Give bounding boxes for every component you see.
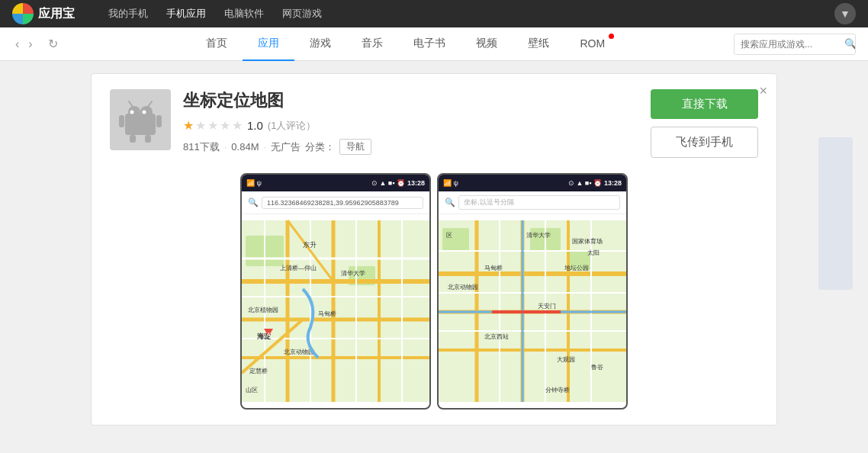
- map-svg-1: 东升 上清桥—仰山 清华大学 马甸桥 北京植物园 海淀 A 北京动物园 定慧桥 …: [242, 214, 429, 408]
- tab-games[interactable]: 游戏: [294, 27, 346, 61]
- forward-button[interactable]: ›: [25, 36, 35, 53]
- star-1: ★: [183, 118, 194, 133]
- tab-wallpaper[interactable]: 壁纸: [513, 27, 564, 61]
- svg-text:天安门: 天安门: [538, 303, 556, 310]
- rating-count: (1人评论）: [268, 119, 317, 133]
- top-nav-games[interactable]: 网页游戏: [282, 7, 322, 21]
- top-nav: 我的手机 手机应用 电脑软件 网页游戏: [108, 7, 322, 21]
- sim-icons-2: 📶 ψ: [443, 179, 458, 187]
- close-button[interactable]: ×: [759, 83, 767, 99]
- search-box: 🔍: [734, 34, 856, 55]
- star-5: ★: [232, 118, 243, 133]
- right-panel: [818, 137, 853, 290]
- svg-point-2: [140, 106, 153, 118]
- status-icons-2: ⊙ ▲ ■▪ ⏰ 13:28: [568, 179, 622, 187]
- app-title: 坐标定位地图: [183, 89, 626, 112]
- logo-text: 应用宝: [38, 6, 75, 22]
- nav-arrows: ‹ ›: [12, 36, 36, 53]
- svg-line-6: [148, 101, 152, 107]
- svg-text:A: A: [267, 332, 271, 337]
- app-icon: [110, 89, 171, 150]
- svg-line-5: [129, 101, 133, 107]
- coord-placeholder[interactable]: 坐标,以逗号分隔: [458, 195, 620, 210]
- svg-text:东升: 东升: [303, 241, 317, 249]
- tab-home[interactable]: 首页: [191, 27, 243, 61]
- stars: ★ ★ ★ ★ ★: [183, 118, 243, 133]
- star-4: ★: [220, 118, 230, 133]
- svg-point-3: [130, 111, 134, 114]
- top-bar: 应用宝 我的手机 手机应用 电脑软件 网页游戏 ▼: [0, 0, 868, 27]
- svg-point-4: [143, 111, 146, 114]
- search-input[interactable]: [735, 34, 841, 54]
- back-button[interactable]: ‹: [12, 36, 22, 53]
- top-bar-right: ▼: [834, 3, 856, 24]
- screenshot-2: 📶 ψ ⊙ ▲ ■▪ ⏰ 13:28 🔍 坐标,以逗号分隔: [437, 173, 628, 410]
- status-bar-1: 📶 ψ ⊙ ▲ ■▪ ⏰ 13:28: [242, 175, 429, 191]
- svg-text:北京动物园: 北京动物园: [448, 284, 478, 291]
- sim-icons: 📶 ψ: [246, 179, 262, 187]
- top-nav-apps[interactable]: 手机应用: [166, 7, 206, 21]
- search-bar-2: 🔍 坐标,以逗号分隔: [439, 191, 626, 214]
- star-3: ★: [207, 118, 218, 133]
- nav-bar: ‹ › ↻ 首页 应用 游戏 音乐 电子书 视频 壁纸 ROM 🔍: [0, 27, 868, 61]
- logo-icon: [12, 3, 34, 24]
- rating-number: 1.0: [247, 119, 263, 132]
- screenshots: 📶 ψ ⊙ ▲ ■▪ ⏰ 13:28 🔍 116.32368469238281,…: [110, 173, 758, 410]
- tab-rom[interactable]: ROM: [564, 27, 620, 61]
- rating-row: ★ ★ ★ ★ ★ 1.0 (1人评论）: [183, 118, 626, 133]
- status-bar-2: 📶 ψ ⊙ ▲ ■▪ ⏰ 13:28: [439, 175, 626, 191]
- svg-rect-10: [145, 135, 151, 143]
- screenshot-1: 📶 ψ ⊙ ▲ ■▪ ⏰ 13:28 🔍 116.32368469238281,…: [240, 173, 431, 410]
- download-icon[interactable]: ▼: [834, 3, 856, 24]
- action-buttons: 直接下载 飞传到手机: [651, 89, 758, 158]
- svg-text:太阳: 太阳: [587, 249, 600, 256]
- nav-tabs: 首页 应用 游戏 音乐 电子书 视频 壁纸 ROM: [78, 27, 734, 61]
- search-button[interactable]: 🔍: [841, 38, 856, 50]
- status-icons-1: ⊙ ▲ ■▪ ⏰ 13:28: [371, 179, 425, 187]
- android-icon: [117, 97, 163, 143]
- svg-rect-8: [156, 115, 162, 127]
- size: 0.84M: [231, 141, 259, 153]
- star-2: ★: [195, 118, 206, 133]
- svg-text:马甸桥: 马甸桥: [484, 265, 503, 271]
- logo: 应用宝: [12, 3, 75, 24]
- svg-point-1: [128, 106, 140, 118]
- fly-button[interactable]: 飞传到手机: [651, 127, 758, 158]
- refresh-button[interactable]: ↻: [43, 35, 63, 53]
- app-info: 坐标定位地图 ★ ★ ★ ★ ★ 1.0 (1人评论） 811下载 · 0.84…: [183, 89, 626, 155]
- map-area-2: 清华大学 国家体育场 马甸桥 地坛公园 太阳 区 北京动物园 天安门 北京西站 …: [439, 214, 626, 408]
- svg-text:分钟寺桥: 分钟寺桥: [545, 387, 570, 394]
- tab-apps[interactable]: 应用: [243, 27, 294, 61]
- svg-text:大观园: 大观园: [557, 356, 575, 363]
- time-2: 13:28: [604, 179, 622, 187]
- app-header: 坐标定位地图 ★ ★ ★ ★ ★ 1.0 (1人评论） 811下载 · 0.84…: [110, 89, 758, 158]
- svg-rect-7: [119, 115, 124, 127]
- coordinates-input[interactable]: 116.32368469238281,39.95962905883789: [262, 197, 423, 209]
- category-tag[interactable]: 导航: [339, 139, 371, 155]
- svg-text:北京动物园: 北京动物园: [284, 349, 314, 355]
- svg-text:北京植物园: 北京植物园: [248, 307, 278, 313]
- category-label: 分类：: [305, 140, 335, 154]
- map-svg-2: 清华大学 国家体育场 马甸桥 地坛公园 太阳 区 北京动物园 天安门 北京西站 …: [439, 214, 626, 408]
- svg-text:清华大学: 清华大学: [526, 232, 551, 239]
- svg-text:山区: 山区: [246, 387, 258, 394]
- app-meta: 811下载 · 0.84M · 无广告 分类： 导航: [183, 139, 626, 155]
- tab-ebooks[interactable]: 电子书: [398, 27, 461, 61]
- rom-badge: [609, 34, 614, 39]
- downloads: 811下载: [183, 140, 220, 154]
- download-button[interactable]: 直接下载: [651, 89, 758, 119]
- svg-text:北京西站: 北京西站: [484, 333, 509, 340]
- top-nav-myphone[interactable]: 我的手机: [108, 7, 148, 21]
- tab-music[interactable]: 音乐: [346, 27, 398, 61]
- tab-video[interactable]: 视频: [461, 27, 513, 61]
- map-area-1: 东升 上清桥—仰山 清华大学 马甸桥 北京植物园 海淀 A 北京动物园 定慧桥 …: [242, 214, 429, 408]
- ads: 无广告: [271, 140, 301, 154]
- svg-rect-0: [125, 114, 156, 135]
- time-1: 13:28: [407, 179, 425, 187]
- svg-text:清华大学: 清华大学: [341, 270, 365, 277]
- svg-text:鲁谷: 鲁谷: [591, 364, 603, 371]
- main-content: ×: [0, 61, 868, 453]
- search-bar-1: 🔍 116.32368469238281,39.95962905883789: [242, 191, 429, 214]
- svg-text:上清桥—仰山: 上清桥—仰山: [280, 265, 317, 271]
- top-nav-software[interactable]: 电脑软件: [224, 7, 264, 21]
